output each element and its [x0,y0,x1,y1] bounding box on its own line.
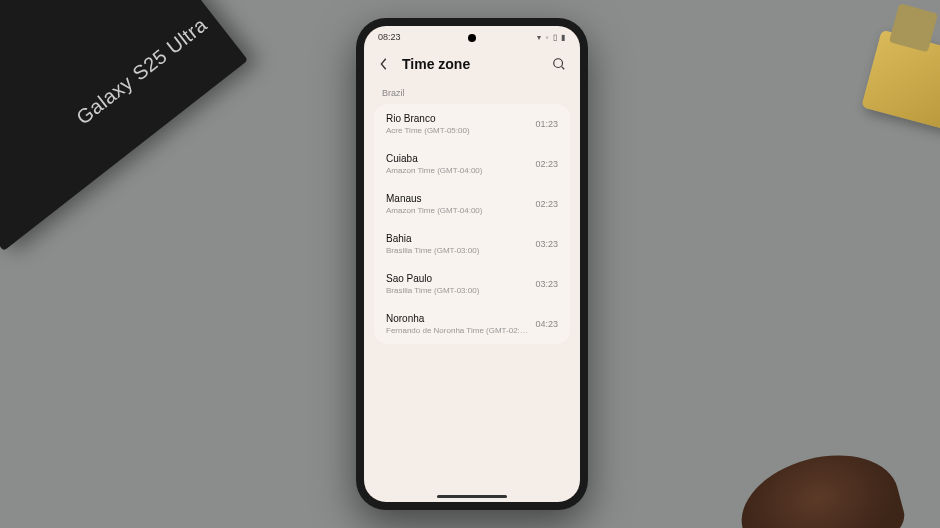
svg-point-0 [554,59,563,68]
timezone-time: 03:23 [535,233,558,249]
nav-handle[interactable] [437,495,507,498]
section-label: Brazil [364,86,580,104]
page-title: Time zone [402,56,540,72]
timezone-time: 03:23 [535,273,558,289]
timezone-time: 02:23 [535,193,558,209]
timezone-item[interactable]: Noronha Fernando de Noronha Time (GMT-02… [374,304,570,344]
timezone-desc: Brasilia Time (GMT-03:00) [386,286,529,295]
timezone-city: Noronha [386,313,529,324]
timezone-city: Cuiaba [386,153,529,164]
timezone-list: Rio Branco Acre Time (GMT-05:00) 01:23 C… [374,104,570,344]
timezone-city: Rio Branco [386,113,529,124]
timezone-time: 02:23 [535,153,558,169]
hand [730,439,910,528]
front-camera [468,34,476,42]
timezone-time: 04:23 [535,313,558,329]
timezone-desc: Fernando de Noronha Time (GMT-02:00) [386,326,529,335]
timezone-desc: Amazon Time (GMT-04:00) [386,166,529,175]
timezone-city: Manaus [386,193,529,204]
timezone-item[interactable]: Rio Branco Acre Time (GMT-05:00) 01:23 [374,104,570,144]
timezone-time: 01:23 [535,113,558,129]
timezone-item[interactable]: Cuiaba Amazon Time (GMT-04:00) 02:23 [374,144,570,184]
product-box: Galaxy S25 Ultra [0,0,248,251]
timezone-item[interactable]: Bahia Brasilia Time (GMT-03:00) 03:23 [374,224,570,264]
product-box-label: Galaxy S25 Ultra [72,13,212,129]
desk-prop [861,30,940,131]
search-icon[interactable] [552,57,566,71]
timezone-desc: Brasilia Time (GMT-03:00) [386,246,529,255]
app-header: Time zone [364,46,580,86]
timezone-item[interactable]: Sao Paulo Brasilia Time (GMT-03:00) 03:2… [374,264,570,304]
status-time: 08:23 [378,32,401,42]
timezone-city: Sao Paulo [386,273,529,284]
timezone-desc: Acre Time (GMT-05:00) [386,126,529,135]
timezone-city: Bahia [386,233,529,244]
timezone-desc: Amazon Time (GMT-04:00) [386,206,529,215]
timezone-item[interactable]: Manaus Amazon Time (GMT-04:00) 02:23 [374,184,570,224]
phone-screen: 08:23 ▾ ◦ ▯ ▮ Time zone Brazil Rio Branc… [364,26,580,502]
status-icons: ▾ ◦ ▯ ▮ [537,33,566,42]
phone-frame: 08:23 ▾ ◦ ▯ ▮ Time zone Brazil Rio Branc… [356,18,588,510]
back-icon[interactable] [378,58,390,70]
